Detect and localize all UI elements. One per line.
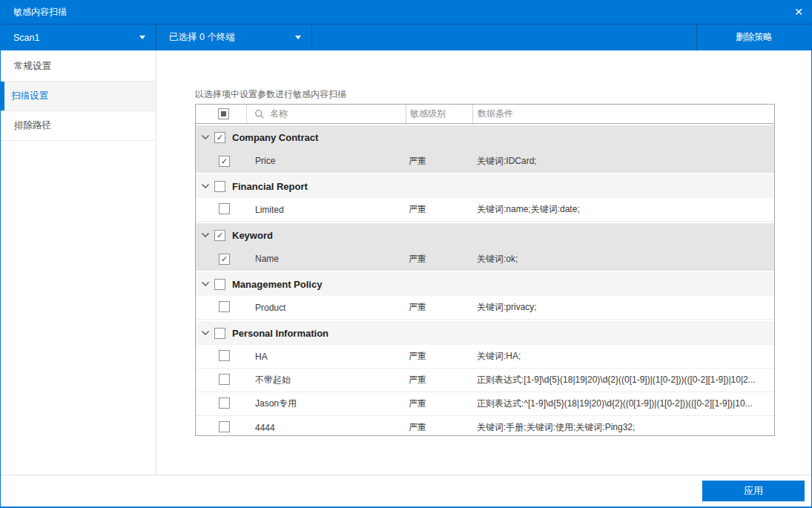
group-name: Keyword <box>232 230 273 241</box>
rule-group-section: Personal InformationHA严重关键词:HA;不带起始严重正则表… <box>196 321 774 436</box>
close-icon[interactable]: ✕ <box>786 0 811 24</box>
header-level-cell: 敏感级别 <box>406 105 472 123</box>
chevron-down-icon[interactable] <box>201 330 210 336</box>
rule-checkbox-cell <box>196 301 246 314</box>
search-icon[interactable] <box>254 109 265 119</box>
rule-checkbox[interactable] <box>219 301 230 312</box>
rule-checkbox[interactable]: ✓ <box>219 156 230 167</box>
group-name: Financial Report <box>232 181 308 192</box>
content-area: 以选择项中设置参数进行敏感内容扫描 名称 <box>156 50 811 475</box>
rule-condition: 关键词:name;关键词:date; <box>472 203 774 216</box>
chevron-down-icon[interactable] <box>201 232 210 238</box>
rule-checkbox-cell <box>196 374 246 387</box>
rule-name: Jason专用 <box>246 398 406 410</box>
rule-name: Price <box>246 156 406 166</box>
header-checkbox-cell <box>196 105 246 123</box>
rule-group-section: ✓Keyword✓Name严重关键词:ok; <box>196 223 774 271</box>
group-checkbox[interactable]: ✓ <box>214 132 225 143</box>
rule-checkbox[interactable] <box>219 374 230 385</box>
caret-down-icon <box>139 36 145 39</box>
title-bar: 敏感内容扫描 ✕ <box>1 0 811 24</box>
header-level-label: 敏感级别 <box>410 108 446 120</box>
rule-row[interactable]: 不带起始严重正则表达式:[1-9]\d{5}(18|19|20)\d{2}((0… <box>196 369 774 392</box>
sidebar-item-1[interactable]: 扫描设置 <box>1 82 156 111</box>
rule-level: 严重 <box>406 203 472 216</box>
delete-policy-label: 删除策略 <box>736 31 773 44</box>
group-row[interactable]: ✓Keyword <box>196 223 774 247</box>
apply-button[interactable]: 应用 <box>702 481 805 501</box>
window-title: 敏感内容扫描 <box>13 6 67 19</box>
rule-checkbox-cell: ✓ <box>196 254 246 265</box>
rule-name: Product <box>246 303 406 313</box>
rule-name: Name <box>246 254 406 264</box>
rule-checkbox[interactable] <box>219 350 230 361</box>
rule-checkbox-cell: ✓ <box>196 156 246 167</box>
table-hint-text: 以选择项中设置参数进行敏感内容扫描 <box>195 88 346 101</box>
rule-row[interactable]: HA严重关键词:HA; <box>196 345 774 369</box>
rule-condition: 关键词:ok; <box>472 253 774 265</box>
rule-name: HA <box>246 352 406 362</box>
rule-row[interactable]: ✓Name严重关键词:ok; <box>196 247 774 271</box>
footer-bar: 应用 <box>1 475 811 507</box>
rule-level: 严重 <box>406 421 472 434</box>
policy-dropdown[interactable]: Scan1 <box>1 24 156 50</box>
group-checkbox[interactable] <box>214 279 225 290</box>
group-name: Personal Information <box>232 328 329 339</box>
group-row[interactable]: Personal Information <box>196 321 774 345</box>
rule-level: 严重 <box>406 398 472 410</box>
group-checkbox[interactable]: ✓ <box>214 230 225 241</box>
header-name-label: 名称 <box>270 108 288 120</box>
rule-condition: 关键词:privacy; <box>472 301 774 314</box>
delete-policy-button[interactable]: 删除策略 <box>696 24 811 50</box>
rule-row[interactable]: 4444严重关键词:手册;关键词:使用;关键词:Ping32; <box>196 416 774 436</box>
toolbar: Scan1 已选择 0 个终端 删除策略 <box>1 24 811 50</box>
policy-dropdown-value: Scan1 <box>13 33 139 43</box>
group-row[interactable]: Management Policy <box>196 272 774 296</box>
rule-checkbox-cell <box>196 350 246 363</box>
rule-checkbox[interactable]: ✓ <box>219 254 230 265</box>
terminal-dropdown[interactable]: 已选择 0 个终端 <box>156 24 312 50</box>
chevron-down-icon[interactable] <box>201 183 210 189</box>
sidebar-item-label: 扫描设置 <box>11 90 48 102</box>
group-row[interactable]: Financial Report <box>196 174 774 198</box>
terminal-dropdown-value: 已选择 0 个终端 <box>169 31 295 44</box>
rule-row[interactable]: Jason专用严重正则表达式:^[1-9]\d{5}(18|19|20)\d{2… <box>196 392 774 416</box>
sidebar-item-2[interactable]: 排除路径 <box>1 111 156 141</box>
rules-table: 名称 敏感级别 数据条件 ✓Company Contract✓Price严重关键… <box>195 104 775 436</box>
rule-name: 不带起始 <box>246 374 406 386</box>
indeterminate-mark <box>221 111 226 116</box>
rule-checkbox-cell <box>196 203 246 217</box>
select-all-checkbox[interactable] <box>218 108 229 119</box>
rule-checkbox-cell <box>196 398 246 411</box>
caret-down-icon <box>295 36 301 39</box>
group-name: Management Policy <box>232 279 322 290</box>
sidebar-item-0[interactable]: 常规设置 <box>1 52 156 82</box>
chevron-down-icon[interactable] <box>201 134 210 140</box>
rule-row[interactable]: ✓Price严重关键词:IDCard; <box>196 149 774 173</box>
group-row[interactable]: ✓Company Contract <box>196 125 774 149</box>
rule-level: 严重 <box>406 350 472 363</box>
table-header-row: 名称 敏感级别 数据条件 <box>196 105 774 124</box>
rule-group-section: Management PolicyProduct严重关键词:privacy; <box>196 272 774 320</box>
rule-checkbox[interactable] <box>219 421 230 432</box>
rule-level: 严重 <box>406 301 472 314</box>
group-checkbox[interactable] <box>214 181 225 192</box>
rule-checkbox[interactable] <box>219 203 230 214</box>
rule-checkbox[interactable] <box>219 398 230 409</box>
header-condition-label: 数据条件 <box>478 108 513 120</box>
rule-row[interactable]: Limited严重关键词:name;关键词:date; <box>196 198 774 222</box>
group-name: Company Contract <box>232 132 318 143</box>
main-body: 常规设置扫描设置排除路径 以选择项中设置参数进行敏感内容扫描 <box>1 50 811 475</box>
rule-checkbox-cell <box>196 421 246 435</box>
sidebar-item-label: 常规设置 <box>14 60 51 73</box>
sensitive-content-scan-window: 敏感内容扫描 ✕ Scan1 已选择 0 个终端 删除策略 常规设置扫描设置排除… <box>0 0 812 508</box>
toolbar-spacer <box>312 24 696 50</box>
header-condition-cell: 数据条件 <box>472 105 774 123</box>
rule-group-section: ✓Company Contract✓Price严重关键词:IDCard; <box>196 125 774 173</box>
group-checkbox[interactable] <box>214 328 225 339</box>
chevron-down-icon[interactable] <box>201 281 210 287</box>
sidebar: 常规设置扫描设置排除路径 <box>1 50 156 475</box>
rule-level: 严重 <box>406 155 472 168</box>
rule-row[interactable]: Product严重关键词:privacy; <box>196 296 774 320</box>
selected-indicator <box>1 82 4 110</box>
